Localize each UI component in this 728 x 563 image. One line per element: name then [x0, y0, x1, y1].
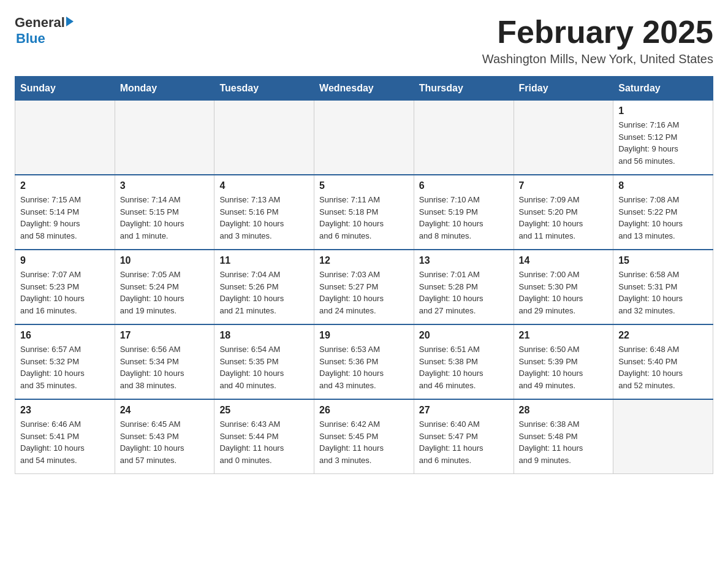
calendar-cell: 13Sunrise: 7:01 AM Sunset: 5:28 PM Dayli…: [414, 250, 514, 324]
day-number: 25: [219, 405, 309, 416]
calendar-cell: 2Sunrise: 7:15 AM Sunset: 5:14 PM Daylig…: [15, 175, 115, 250]
calendar-cell: 9Sunrise: 7:07 AM Sunset: 5:23 PM Daylig…: [15, 250, 115, 324]
day-info: Sunrise: 7:11 AM Sunset: 5:18 PM Dayligh…: [319, 194, 409, 242]
calendar-cell: 18Sunrise: 6:54 AM Sunset: 5:35 PM Dayli…: [214, 324, 314, 399]
calendar-cell: 21Sunrise: 6:50 AM Sunset: 5:39 PM Dayli…: [514, 324, 613, 399]
day-info: Sunrise: 7:14 AM Sunset: 5:15 PM Dayligh…: [120, 194, 210, 242]
calendar-cell: [214, 101, 314, 175]
day-number: 20: [419, 330, 509, 341]
logo-area: General Blue: [15, 15, 74, 47]
day-number: 17: [120, 330, 210, 341]
day-number: 9: [20, 255, 110, 266]
day-number: 5: [319, 180, 409, 191]
calendar-cell: 5Sunrise: 7:11 AM Sunset: 5:18 PM Daylig…: [314, 175, 414, 250]
day-info: Sunrise: 7:04 AM Sunset: 5:26 PM Dayligh…: [219, 269, 309, 316]
month-title: February 2025: [482, 15, 713, 50]
calendar-cell: 22Sunrise: 6:48 AM Sunset: 5:40 PM Dayli…: [613, 324, 713, 399]
day-number: 11: [219, 255, 309, 266]
day-number: 19: [319, 330, 409, 341]
day-info: Sunrise: 7:05 AM Sunset: 5:24 PM Dayligh…: [120, 269, 210, 316]
calendar-cell: 12Sunrise: 7:03 AM Sunset: 5:27 PM Dayli…: [314, 250, 414, 324]
calendar-cell: [314, 101, 414, 175]
day-number: 15: [618, 255, 708, 266]
day-info: Sunrise: 7:16 AM Sunset: 5:12 PM Dayligh…: [618, 119, 708, 167]
day-number: 13: [419, 255, 509, 266]
calendar-cell: 14Sunrise: 7:00 AM Sunset: 5:30 PM Dayli…: [514, 250, 613, 324]
calendar-cell: 8Sunrise: 7:08 AM Sunset: 5:22 PM Daylig…: [613, 175, 713, 250]
day-info: Sunrise: 6:38 AM Sunset: 5:48 PM Dayligh…: [519, 418, 609, 466]
weekday-header-thursday: Thursday: [414, 77, 514, 101]
day-info: Sunrise: 6:50 AM Sunset: 5:39 PM Dayligh…: [519, 343, 609, 391]
day-number: 7: [519, 180, 609, 191]
calendar-cell: 6Sunrise: 7:10 AM Sunset: 5:19 PM Daylig…: [414, 175, 514, 250]
day-number: 26: [319, 405, 409, 416]
day-info: Sunrise: 7:10 AM Sunset: 5:19 PM Dayligh…: [419, 194, 509, 242]
day-number: 14: [519, 255, 609, 266]
day-number: 2: [20, 180, 110, 191]
weekday-header-wednesday: Wednesday: [314, 77, 414, 101]
calendar-table: SundayMondayTuesdayWednesdayThursdayFrid…: [15, 76, 713, 474]
calendar-cell: 10Sunrise: 7:05 AM Sunset: 5:24 PM Dayli…: [115, 250, 214, 324]
day-info: Sunrise: 6:45 AM Sunset: 5:43 PM Dayligh…: [120, 418, 210, 466]
day-number: 27: [419, 405, 509, 416]
logo: General: [15, 15, 74, 31]
calendar-cell: 19Sunrise: 6:53 AM Sunset: 5:36 PM Dayli…: [314, 324, 414, 399]
calendar-cell: 25Sunrise: 6:43 AM Sunset: 5:44 PM Dayli…: [214, 399, 314, 474]
calendar-cell: 7Sunrise: 7:09 AM Sunset: 5:20 PM Daylig…: [514, 175, 613, 250]
weekday-header-saturday: Saturday: [613, 77, 713, 101]
weekday-header-tuesday: Tuesday: [214, 77, 314, 101]
weekday-header-friday: Friday: [514, 77, 613, 101]
day-info: Sunrise: 7:13 AM Sunset: 5:16 PM Dayligh…: [219, 194, 309, 242]
calendar-cell: 16Sunrise: 6:57 AM Sunset: 5:32 PM Dayli…: [15, 324, 115, 399]
calendar-cell: [15, 101, 115, 175]
page-header: General Blue February 2025 Washington Mi…: [15, 15, 713, 66]
weekday-header-monday: Monday: [115, 77, 214, 101]
day-info: Sunrise: 6:56 AM Sunset: 5:34 PM Dayligh…: [120, 343, 210, 391]
day-number: 10: [120, 255, 210, 266]
day-number: 21: [519, 330, 609, 341]
day-info: Sunrise: 7:03 AM Sunset: 5:27 PM Dayligh…: [319, 269, 409, 316]
calendar-cell: 1Sunrise: 7:16 AM Sunset: 5:12 PM Daylig…: [613, 101, 713, 175]
day-info: Sunrise: 7:01 AM Sunset: 5:28 PM Dayligh…: [419, 269, 509, 316]
calendar-cell: 27Sunrise: 6:40 AM Sunset: 5:47 PM Dayli…: [414, 399, 514, 474]
day-number: 18: [219, 330, 309, 341]
day-number: 28: [519, 405, 609, 416]
day-info: Sunrise: 6:58 AM Sunset: 5:31 PM Dayligh…: [618, 269, 708, 316]
day-info: Sunrise: 6:51 AM Sunset: 5:38 PM Dayligh…: [419, 343, 509, 391]
day-number: 8: [618, 180, 708, 191]
logo-general-text: General: [15, 15, 65, 31]
calendar-cell: 28Sunrise: 6:38 AM Sunset: 5:48 PM Dayli…: [514, 399, 613, 474]
calendar-week-3: 9Sunrise: 7:07 AM Sunset: 5:23 PM Daylig…: [15, 250, 713, 324]
calendar-cell: 15Sunrise: 6:58 AM Sunset: 5:31 PM Dayli…: [613, 250, 713, 324]
day-number: 24: [120, 405, 210, 416]
title-area: February 2025 Washington Mills, New York…: [482, 15, 713, 66]
location-subtitle: Washington Mills, New York, United State…: [482, 52, 713, 66]
day-number: 6: [419, 180, 509, 191]
day-number: 12: [319, 255, 409, 266]
day-info: Sunrise: 7:15 AM Sunset: 5:14 PM Dayligh…: [20, 194, 110, 242]
day-info: Sunrise: 6:40 AM Sunset: 5:47 PM Dayligh…: [419, 418, 509, 466]
calendar-cell: 11Sunrise: 7:04 AM Sunset: 5:26 PM Dayli…: [214, 250, 314, 324]
calendar-cell: [613, 399, 713, 474]
day-info: Sunrise: 7:08 AM Sunset: 5:22 PM Dayligh…: [618, 194, 708, 242]
calendar-week-1: 1Sunrise: 7:16 AM Sunset: 5:12 PM Daylig…: [15, 101, 713, 175]
day-info: Sunrise: 6:43 AM Sunset: 5:44 PM Dayligh…: [219, 418, 309, 466]
day-info: Sunrise: 7:09 AM Sunset: 5:20 PM Dayligh…: [519, 194, 609, 242]
logo-triangle-icon: [66, 17, 74, 26]
day-info: Sunrise: 6:48 AM Sunset: 5:40 PM Dayligh…: [618, 343, 708, 391]
day-number: 23: [20, 405, 110, 416]
calendar-cell: [414, 101, 514, 175]
calendar-cell: 24Sunrise: 6:45 AM Sunset: 5:43 PM Dayli…: [115, 399, 214, 474]
calendar-week-2: 2Sunrise: 7:15 AM Sunset: 5:14 PM Daylig…: [15, 175, 713, 250]
calendar-cell: 26Sunrise: 6:42 AM Sunset: 5:45 PM Dayli…: [314, 399, 414, 474]
logo-blue-text: Blue: [16, 31, 45, 46]
day-number: 3: [120, 180, 210, 191]
calendar-week-4: 16Sunrise: 6:57 AM Sunset: 5:32 PM Dayli…: [15, 324, 713, 399]
calendar-week-5: 23Sunrise: 6:46 AM Sunset: 5:41 PM Dayli…: [15, 399, 713, 474]
day-info: Sunrise: 6:46 AM Sunset: 5:41 PM Dayligh…: [20, 418, 110, 466]
day-info: Sunrise: 6:42 AM Sunset: 5:45 PM Dayligh…: [319, 418, 409, 466]
day-info: Sunrise: 7:00 AM Sunset: 5:30 PM Dayligh…: [519, 269, 609, 316]
calendar-cell: 23Sunrise: 6:46 AM Sunset: 5:41 PM Dayli…: [15, 399, 115, 474]
day-info: Sunrise: 6:57 AM Sunset: 5:32 PM Dayligh…: [20, 343, 110, 391]
calendar-cell: 17Sunrise: 6:56 AM Sunset: 5:34 PM Dayli…: [115, 324, 214, 399]
